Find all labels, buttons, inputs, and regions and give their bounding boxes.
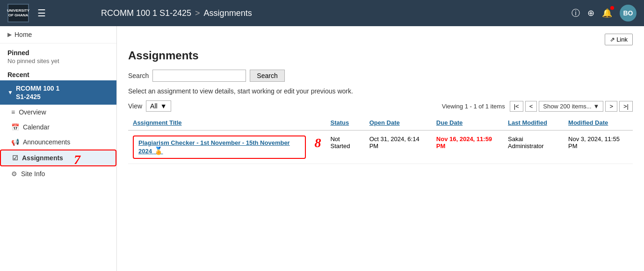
pinned-title: Pinned xyxy=(7,49,109,57)
breadcrumb: RCOMM 100 1 S1-2425 > Assignments xyxy=(101,8,572,18)
table-header: Assignment Title Status Open Date Due Da… xyxy=(128,115,633,130)
col-modifieddate-link[interactable]: Modified Date xyxy=(568,119,608,126)
announcements-label: Announcements xyxy=(23,138,70,146)
user-avatar[interactable]: BO xyxy=(620,5,637,21)
assignment-duedate-cell: Nov 16, 2024, 11:59 PM xyxy=(432,130,503,164)
search-input[interactable] xyxy=(152,70,246,82)
title-cell-inner: Plagiarism Checker - 1st November - 15th… xyxy=(133,136,321,159)
pinned-subtitle: No pinned sites yet xyxy=(7,57,109,64)
items-dropdown-icon: ▼ xyxy=(593,103,600,110)
chevron-right-icon: ▶ xyxy=(7,31,12,38)
view-label: View xyxy=(128,102,142,110)
search-row: Search Search xyxy=(128,70,633,82)
col-status-link[interactable]: Status xyxy=(330,119,349,126)
sidebar-item-announcements[interactable]: 📢 Announcements xyxy=(0,135,116,150)
ribbon-icon: 🏅 xyxy=(154,147,163,155)
content-header: ⇗ Link xyxy=(128,34,633,45)
content-area: ⇗ Link Assignments Search Search Select … xyxy=(117,26,644,271)
notification-badge xyxy=(610,6,614,10)
assignment-modifieddate: Nov 3, 2024, 11:55 PM xyxy=(568,136,620,150)
breadcrumb-separator: > xyxy=(195,8,200,18)
calendar-icon: 📅 xyxy=(11,123,19,131)
university-logo: UNIVERSITYOF GHANA xyxy=(7,4,29,22)
apps-icon[interactable]: ⊕ xyxy=(587,8,594,18)
top-nav-icons: ⓘ ⊕ 🔔 BO xyxy=(572,5,637,21)
assignment-opendate: Oct 31, 2024, 6:14 PM xyxy=(369,136,420,150)
col-header-lastmodified[interactable]: Last Modified xyxy=(503,115,564,130)
siteinfo-icon: ⚙ xyxy=(11,170,17,178)
assignment-title-cell: Plagiarism Checker - 1st November - 15th… xyxy=(128,130,326,164)
col-header-status[interactable]: Status xyxy=(326,115,364,130)
search-label: Search xyxy=(128,72,149,79)
assignment-title-link[interactable]: Plagiarism Checker - 1st November - 15th… xyxy=(138,139,290,155)
col-header-title[interactable]: Assignment Title xyxy=(128,115,326,130)
course-suffix: S1-2425 xyxy=(16,93,59,101)
assignments-icon: ☑ xyxy=(12,154,18,162)
view-right: Viewing 1 - 1 of 1 items |< < Show 200 i… xyxy=(442,101,633,112)
view-dropdown-icon: ▼ xyxy=(160,102,167,110)
main-layout: ▶ Home Pinned No pinned sites yet Recent… xyxy=(0,26,644,271)
notifications-icon[interactable]: 🔔 xyxy=(602,8,612,18)
calendar-label: Calendar xyxy=(23,123,50,131)
viewing-text: Viewing 1 - 1 of 1 items xyxy=(442,103,505,110)
col-duedate-link[interactable]: Due Date xyxy=(436,119,463,126)
col-header-opendate[interactable]: Open Date xyxy=(365,115,432,130)
assignment-title-box: Plagiarism Checker - 1st November - 15th… xyxy=(133,136,306,159)
logo-text: UNIVERSITYOF GHANA xyxy=(7,8,29,17)
overview-label: Overview xyxy=(19,108,46,116)
course-code: RCOMM 100 1 xyxy=(16,84,59,93)
home-label: Home xyxy=(14,31,32,38)
col-lastmodified-link[interactable]: Last Modified xyxy=(508,119,547,126)
pager-first-button[interactable]: |< xyxy=(510,101,523,112)
help-icon[interactable]: ⓘ xyxy=(572,7,580,19)
items-per-page-select[interactable]: Show 200 items... ▼ xyxy=(539,101,603,112)
pager-prev-button[interactable]: < xyxy=(525,101,537,112)
sidebar-item-assignments[interactable]: ☑ Assignments xyxy=(0,150,116,166)
view-select[interactable]: All ▼ xyxy=(146,100,171,112)
annotation-8: 8 xyxy=(314,136,321,150)
view-controls: View All ▼ Viewing 1 - 1 of 1 items |< <… xyxy=(128,100,633,112)
assignment-lastmodified-cell: Sakai Administrator xyxy=(503,130,564,164)
breadcrumb-page: Assignments xyxy=(204,8,252,18)
sidebar-course-item[interactable]: ▼ RCOMM 100 1 S1-2425 xyxy=(0,80,116,105)
recent-title: Recent xyxy=(0,66,116,80)
pager-last-button[interactable]: >| xyxy=(619,101,633,112)
sidebar-item-overview[interactable]: ≡ Overview xyxy=(0,105,116,120)
assignment-status: Not Started xyxy=(330,136,350,150)
breadcrumb-course[interactable]: RCOMM 100 1 S1-2425 xyxy=(101,8,191,18)
assignment-lastmodified: Sakai Administrator xyxy=(508,136,544,150)
col-opendate-link[interactable]: Open Date xyxy=(369,119,400,126)
annotation-7: 7 xyxy=(74,152,80,167)
pinned-section: Pinned No pinned sites yet xyxy=(0,43,116,66)
view-left: View All ▼ xyxy=(128,100,171,112)
page-title: Assignments xyxy=(128,49,633,62)
link-button[interactable]: ⇗ Link xyxy=(605,34,633,45)
sidebar-home-item[interactable]: ▶ Home xyxy=(0,26,116,43)
table-row: Plagiarism Checker - 1st November - 15th… xyxy=(128,130,633,164)
siteinfo-label: Site Info xyxy=(21,170,45,178)
col-title-link[interactable]: Assignment Title xyxy=(133,119,182,126)
col-header-modifieddate[interactable]: Modified Date xyxy=(564,115,633,130)
chevron-down-icon: ▼ xyxy=(7,89,13,96)
assignment-modifieddate-cell: Nov 3, 2024, 11:55 PM xyxy=(564,130,633,164)
hamburger-menu[interactable]: ☰ xyxy=(37,7,46,19)
assignments-table: Assignment Title Status Open Date Due Da… xyxy=(128,115,633,164)
assignment-duedate: Nov 16, 2024, 11:59 PM xyxy=(436,136,492,150)
assignments-label: Assignments xyxy=(22,154,63,162)
sidebar-item-calendar[interactable]: 📅 Calendar xyxy=(0,120,116,135)
items-per-page-label: Show 200 items... xyxy=(543,103,591,110)
sidebar: ▶ Home Pinned No pinned sites yet Recent… xyxy=(0,26,117,271)
view-option: All xyxy=(150,102,158,110)
col-header-duedate[interactable]: Due Date xyxy=(432,115,503,130)
pager-next-button[interactable]: > xyxy=(605,101,617,112)
overview-icon: ≡ xyxy=(11,108,15,116)
announcements-icon: 📢 xyxy=(11,138,19,146)
assignment-status-cell: Not Started xyxy=(326,130,364,164)
search-button[interactable]: Search xyxy=(250,70,284,82)
sidebar-item-siteinfo[interactable]: ⚙ Site Info xyxy=(0,166,116,181)
top-navigation: UNIVERSITYOF GHANA ☰ RCOMM 100 1 S1-2425… xyxy=(0,0,644,26)
logo-area: UNIVERSITYOF GHANA ☰ xyxy=(7,4,101,22)
table-body: Plagiarism Checker - 1st November - 15th… xyxy=(128,130,633,164)
assignment-opendate-cell: Oct 31, 2024, 6:14 PM xyxy=(365,130,432,164)
instruction-text: Select an assignment to view details, st… xyxy=(128,87,633,95)
